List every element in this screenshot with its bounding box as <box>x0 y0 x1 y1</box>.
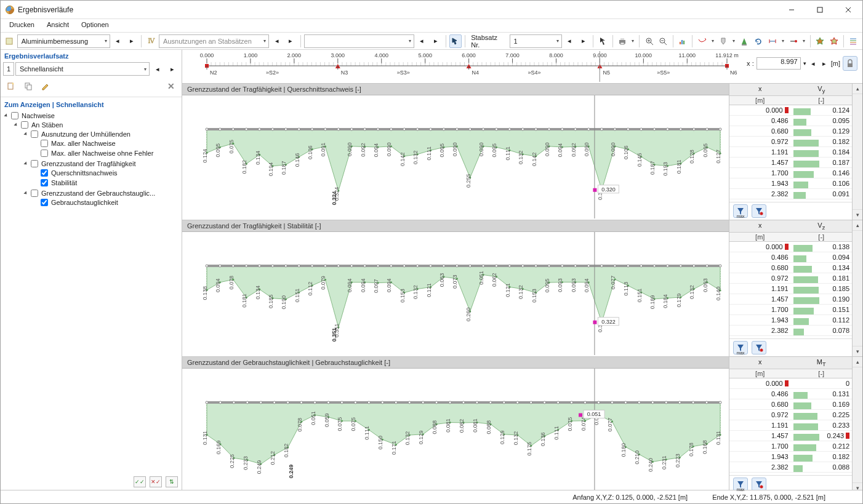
tool-6[interactable] <box>766 34 779 48</box>
window-maximize-button[interactable] <box>806 1 834 18</box>
table-row[interactable]: 1.9430.112 <box>729 315 852 326</box>
table-row[interactable]: 1.4570.243 <box>729 431 852 441</box>
cursor-x-input[interactable]: 8.997 <box>757 57 801 70</box>
tool-5[interactable] <box>752 34 765 48</box>
scroll-up-button[interactable]: ▴ <box>853 357 862 367</box>
menu-ansicht[interactable]: Ansicht <box>41 19 75 32</box>
table-row[interactable]: 1.4570.190 <box>729 294 852 305</box>
scroll-up-button[interactable]: ▴ <box>853 84 862 94</box>
tree-check-an-staben[interactable] <box>21 121 28 129</box>
chart-canvas[interactable]: 0.1310.1690.2250.2330.2490.2120.1820.078… <box>182 369 729 490</box>
tree-check-gz-trag[interactable] <box>31 160 38 167</box>
tree-node-stabilitat[interactable]: Stabilität <box>31 178 179 187</box>
calc-type-combo[interactable]: Aluminiumbemessung ▾ <box>17 34 110 48</box>
tree-node-ausnutzung[interactable]: Ausnutzung der Umhüllenden <box>22 130 179 138</box>
tool-7-dropdown[interactable]: ▾ <box>801 38 806 44</box>
delete-result-set-button[interactable]: ✕ <box>164 79 178 93</box>
table-row[interactable]: 0.6800.134 <box>729 263 852 273</box>
tree-check-stabilitat[interactable] <box>41 179 48 186</box>
table-row[interactable]: 1.1910.184 <box>729 147 852 158</box>
table-row[interactable]: 2.3820.091 <box>729 189 852 199</box>
new-result-set-button[interactable] <box>4 79 18 93</box>
tool-2-dropdown[interactable]: ▾ <box>710 38 715 44</box>
table-row[interactable]: 1.9430.182 <box>729 452 852 462</box>
edit-result-set-button[interactable] <box>39 79 52 93</box>
table-filter-button[interactable] <box>752 204 766 218</box>
chart-vscroll[interactable]: ▴▾ <box>852 357 862 490</box>
calc-next-button[interactable]: ▸ <box>126 34 138 48</box>
tree-node-max-nachweise[interactable]: Max. aller Nachweise <box>31 139 179 148</box>
table-row[interactable]: 0.9720.225 <box>729 410 852 420</box>
quantity-icon-button[interactable]: Ⅳ <box>145 34 158 48</box>
result-set-prev[interactable]: ◂ <box>151 62 164 76</box>
scroll-down-button[interactable]: ▾ <box>853 209 862 220</box>
tool-9[interactable] <box>827 34 840 48</box>
table-row[interactable]: 2.3820.088 <box>729 462 852 473</box>
chart-canvas[interactable]: 0.1380.0940.0780.1810.1340.1850.1900.151… <box>182 232 729 356</box>
tree-check-max-nachweise[interactable] <box>41 140 48 147</box>
table-filter-max-button[interactable]: max <box>733 204 748 218</box>
stabsatz-combo[interactable]: 1 ▾ <box>510 34 562 48</box>
table-row[interactable]: 1.9430.106 <box>729 178 852 189</box>
table-row[interactable]: 0.9720.181 <box>729 273 852 284</box>
check-all-button[interactable]: ✓✓ <box>134 476 146 487</box>
table-row[interactable]: 0.0000 <box>729 378 852 389</box>
tree-check-gz-gebr[interactable] <box>31 190 38 197</box>
result-set-next[interactable]: ▸ <box>166 62 179 76</box>
scroll-down-button[interactable]: ▾ <box>853 346 862 356</box>
select-member-toggle[interactable] <box>449 34 462 48</box>
result-set-index[interactable]: 1 <box>3 62 14 76</box>
tree-check-qnachweis[interactable] <box>41 169 48 177</box>
tool-1[interactable] <box>676 34 689 48</box>
tree-check-max-nachweise-ohne[interactable] <box>41 150 48 157</box>
copy-result-set-button[interactable] <box>22 79 35 93</box>
zoom-out-button[interactable] <box>657 34 670 48</box>
cursor-lock-toggle[interactable] <box>843 56 857 71</box>
tool-7[interactable] <box>787 34 800 48</box>
tool-8[interactable] <box>814 34 827 48</box>
tree-node-qnachweis[interactable]: Querschnittsnachweis <box>31 169 179 177</box>
tool-3[interactable] <box>717 34 730 48</box>
table-row[interactable]: 1.4570.187 <box>729 158 852 168</box>
tool-3-dropdown[interactable]: ▾ <box>731 38 736 44</box>
cursor-next-button[interactable]: ▸ <box>820 58 829 69</box>
table-row[interactable]: 0.0000.124 <box>729 105 852 116</box>
calc-prev-button[interactable]: ◂ <box>111 34 124 48</box>
table-row[interactable]: 0.6800.169 <box>729 399 852 410</box>
filter-combo[interactable]: ▾ <box>304 34 414 48</box>
filter-tree-button[interactable]: ⇅ <box>166 476 178 487</box>
table-row[interactable]: 0.6800.129 <box>729 126 852 137</box>
menu-drucken[interactable]: Drucken <box>3 19 41 32</box>
table-filter-button[interactable] <box>752 478 766 490</box>
tree-check-ausnutzung[interactable] <box>31 130 38 138</box>
uncheck-all-button[interactable]: ✕✓ <box>150 476 162 487</box>
table-row[interactable]: 1.1910.185 <box>729 284 852 294</box>
table-row[interactable]: 0.4860.094 <box>729 252 852 263</box>
window-close-button[interactable] <box>834 1 862 18</box>
table-row[interactable]: 0.9720.182 <box>729 137 852 147</box>
table-filter-max-button[interactable]: max <box>733 341 748 354</box>
chart-canvas[interactable]: 0.1240.0950.0750.1820.1340.1940.1870.146… <box>182 95 729 220</box>
stabsatz-prev-button[interactable]: ◂ <box>563 34 576 48</box>
table-row[interactable]: 0.0000.138 <box>729 242 852 252</box>
tool-4[interactable] <box>738 34 751 48</box>
stabsatz-next-button[interactable]: ▸ <box>577 34 590 48</box>
table-row[interactable]: 1.7000.146 <box>729 168 852 178</box>
tree-node-nachweise[interactable]: Nachweise <box>2 111 179 120</box>
table-row[interactable]: 2.3820.078 <box>729 326 852 336</box>
tree-node-gz-trag[interactable]: Grenzzustand der Tragfähigkeit <box>22 159 179 168</box>
quantity-next-button[interactable]: ▸ <box>284 34 297 48</box>
filter-prev-button[interactable]: ◂ <box>415 34 428 48</box>
table-row[interactable]: 0.4860.131 <box>729 389 852 399</box>
chevron-down-icon[interactable]: ▾ <box>803 60 806 66</box>
table-filter-max-button[interactable]: max <box>733 478 748 490</box>
chart-vscroll[interactable]: ▴▾ <box>852 220 862 356</box>
tool-10[interactable] <box>847 34 860 48</box>
pick-in-graphic-button[interactable] <box>596 34 609 48</box>
zoom-in-button[interactable] <box>643 34 656 48</box>
print-dropdown[interactable]: ▾ <box>630 38 636 44</box>
tree-check-nachweise[interactable] <box>11 112 18 119</box>
print-button[interactable] <box>616 34 629 48</box>
quantity-combo[interactable]: Ausnutzungen an Stabsätzen ▾ <box>159 34 269 48</box>
filter-next-button[interactable]: ▸ <box>430 34 443 48</box>
